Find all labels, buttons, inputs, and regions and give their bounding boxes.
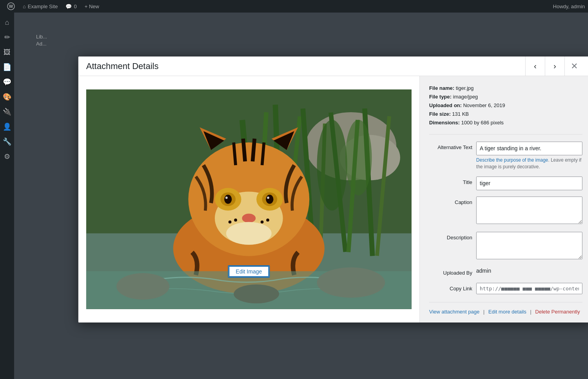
modal-nav: ‹ › ✕: [525, 56, 584, 76]
uploaded-on-value: November 6, 2019: [463, 102, 505, 108]
dimensions-row: Dimensions: 1000 by 686 pixels: [429, 118, 583, 127]
svg-point-43: [317, 268, 385, 298]
svg-point-35: [261, 220, 264, 224]
admin-bar-left: W ⌂ Example Site 💬 0 + New: [3, 0, 553, 13]
sidebar-icon-media[interactable]: 🖼: [0, 46, 14, 59]
svg-point-18: [345, 120, 372, 195]
edit-image-button[interactable]: Edit Image: [228, 265, 270, 278]
svg-point-44: [234, 284, 279, 303]
svg-point-42: [116, 273, 169, 300]
home-icon: ⌂: [23, 4, 26, 9]
title-label: Title: [429, 177, 472, 186]
svg-point-36: [266, 219, 269, 222]
next-attachment-button[interactable]: ›: [545, 56, 564, 76]
modal-title: Attachment Details: [86, 61, 525, 71]
chevron-right-icon: ›: [554, 62, 556, 71]
sidebar-icon-settings[interactable]: ⚙: [0, 150, 14, 163]
wp-logo-item[interactable]: W: [3, 0, 19, 13]
modal-close-button[interactable]: ✕: [564, 56, 584, 76]
file-info: File name: tiger.jpg File type: image/jp…: [429, 84, 583, 135]
file-size-row: File size: 131 KB: [429, 110, 583, 118]
sidebar-icon-dashboard[interactable]: ⌂: [0, 16, 14, 29]
svg-point-32: [226, 222, 272, 245]
action-links: View attachment page | Edit more details…: [429, 302, 583, 315]
site-name-item[interactable]: ⌂ Example Site: [19, 0, 62, 13]
tiger-image: [86, 86, 412, 313]
separator-2: |: [530, 309, 531, 315]
file-type-row: File type: image/jpeg: [429, 93, 583, 101]
dimensions-value: 1000 by 686 pixels: [461, 120, 503, 126]
admin-bar-right: Howdy, admin: [553, 4, 585, 9]
svg-point-28: [225, 197, 228, 199]
uploaded-on-row: Uploaded on: November 6, 2019: [429, 101, 583, 110]
sidebar-icon-pages[interactable]: 📄: [0, 60, 14, 74]
sidebar: ⌂ ✏ 🖼 📄 💬 🎨 🔌 👤 🔧 ⚙: [0, 13, 14, 379]
library-label: Lib...: [36, 34, 47, 40]
caption-textarea[interactable]: [476, 197, 583, 224]
close-icon: ✕: [571, 61, 578, 71]
sidebar-icon-users[interactable]: 👤: [0, 120, 14, 133]
description-label: Description: [429, 232, 472, 241]
description-row: Description: [429, 232, 583, 261]
description-field: [476, 232, 583, 261]
page-content-area: Lib... Ad...: [28, 25, 55, 55]
edit-more-details-link[interactable]: Edit more details: [488, 309, 526, 315]
caption-field: [476, 197, 583, 226]
howdy-text: Howdy, admin: [553, 4, 585, 9]
caption-label: Caption: [429, 197, 472, 206]
edit-image-button-wrapper: Edit Image: [228, 265, 270, 278]
image-container: Edit Image: [86, 86, 412, 313]
file-name-label: File name:: [429, 85, 454, 91]
uploaded-on-label: Uploaded on:: [429, 102, 462, 108]
admin-bar: W ⌂ Example Site 💬 0 + New Howdy, admin: [0, 0, 588, 13]
file-name-row: File name: tiger.jpg: [429, 84, 583, 93]
modal-body: Edit Image File name: tiger.jpg File typ…: [78, 76, 588, 323]
alt-text-field: Describe the purpose of the image. Leave…: [476, 142, 583, 170]
uploaded-by-label: Uploaded By: [429, 267, 472, 277]
sidebar-icon-appearance[interactable]: 🎨: [0, 90, 14, 104]
svg-point-17: [317, 120, 347, 211]
description-textarea[interactable]: [476, 232, 583, 259]
sidebar-icon-tools[interactable]: 🔧: [0, 135, 14, 148]
prev-attachment-button[interactable]: ‹: [525, 56, 545, 76]
copy-link-row: Copy Link: [429, 283, 583, 294]
sidebar-icon-plugins[interactable]: 🔌: [0, 105, 14, 118]
new-item[interactable]: + New: [81, 0, 103, 13]
file-name-value: tiger.jpg: [456, 85, 474, 91]
alt-text-link[interactable]: Describe the purpose of the image: [476, 157, 548, 163]
uploaded-by-field: admin: [476, 267, 583, 274]
sidebar-icon-posts[interactable]: ✏: [0, 31, 14, 44]
new-label: + New: [85, 4, 99, 9]
title-input[interactable]: [476, 177, 583, 190]
copy-link-field: [476, 283, 583, 294]
file-type-value: image/jpeg: [453, 94, 478, 100]
title-field: [476, 177, 583, 190]
uploaded-by-value: admin: [476, 265, 491, 274]
separator-1: |: [483, 309, 485, 315]
svg-text:W: W: [9, 4, 13, 9]
dimensions-label: Dimensions:: [429, 120, 460, 126]
copy-link-input[interactable]: [476, 283, 583, 294]
attachment-details-modal: Attachment Details ‹ › ✕: [78, 56, 588, 323]
modal-header: Attachment Details ‹ › ✕: [78, 56, 588, 76]
wp-logo-icon: W: [7, 2, 15, 10]
sidebar-icon-comments[interactable]: 💬: [0, 75, 14, 89]
details-section: File name: tiger.jpg File type: image/jp…: [419, 76, 588, 323]
svg-point-27: [266, 195, 273, 204]
delete-permanently-link[interactable]: Delete Permanently: [535, 309, 580, 315]
alt-text-input[interactable]: [476, 142, 583, 155]
image-section: Edit Image: [78, 76, 419, 323]
svg-point-34: [234, 219, 237, 222]
svg-point-30: [242, 214, 256, 223]
file-type-label: File type:: [429, 94, 452, 100]
alt-text-row: Alternative Text Describe the purpose of…: [429, 142, 583, 170]
caption-row: Caption: [429, 197, 583, 226]
svg-point-33: [229, 220, 232, 224]
view-attachment-page-link[interactable]: View attachment page: [429, 309, 479, 315]
comments-icon: 💬: [65, 4, 72, 9]
copy-link-label: Copy Link: [429, 283, 472, 292]
uploaded-by-row: Uploaded By admin: [429, 267, 583, 277]
site-name: Example Site: [28, 4, 58, 9]
alt-text-label: Alternative Text: [429, 142, 472, 151]
comments-item[interactable]: 💬 0: [62, 0, 80, 13]
